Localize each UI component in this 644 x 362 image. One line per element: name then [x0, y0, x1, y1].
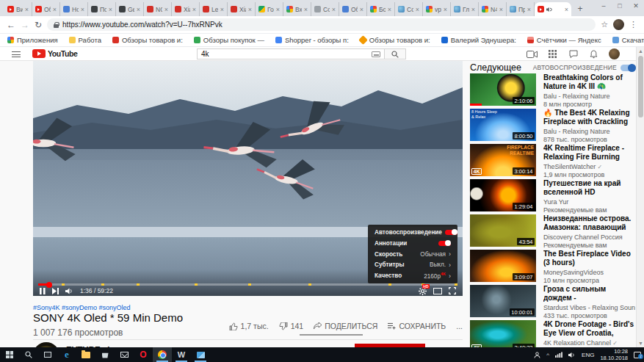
minimize-button[interactable]: – [596, 0, 612, 12]
like-button[interactable]: 1,7 тыс. [229, 322, 269, 330]
taskbar-edge-icon[interactable]: e [57, 347, 76, 362]
related-video-6[interactable]: 10:00:01Гроза с сильным дождем - Расслаб… [470, 285, 636, 320]
settings-item-2[interactable]: СкоростьОбычная› [368, 249, 457, 260]
browser-tab-12[interactable]: Обз× [339, 2, 367, 16]
new-tab-button[interactable]: + [574, 3, 586, 15]
video-thumbnail[interactable]: 8 Hours Sleep & Relax8:00:50 [470, 109, 536, 141]
video-thumbnail[interactable]: 3:09:07 [470, 250, 536, 282]
tab-close-icon[interactable]: × [304, 6, 308, 13]
related-video-channel[interactable]: 4K Relaxation Channel ✓ [543, 339, 636, 347]
video-thumbnail[interactable]: 43:54 [470, 214, 536, 247]
browser-tab-19[interactable]: × [535, 2, 571, 16]
people-icon[interactable] [534, 352, 540, 358]
related-video-channel[interactable]: MoneySavingVideos [543, 269, 636, 276]
bookmark-8[interactable]: Скачать музыку с ко [612, 36, 644, 44]
next-video-icon[interactable] [52, 288, 59, 294]
video-hashtags[interactable]: #Sony4K #sonyDemo #sonyOled [33, 304, 131, 311]
video-thumbnail[interactable]: FIREPLACE REALTIME4K3:00:14 [470, 144, 536, 176]
share-button[interactable]: ПОДЕЛИТЬСЯ [314, 322, 377, 330]
channel-avatar[interactable] [33, 342, 59, 347]
video-thumbnail[interactable]: 2:10:06 [470, 73, 536, 106]
volume-tray-icon[interactable] [568, 352, 576, 358]
tab-close-icon[interactable]: × [137, 6, 140, 13]
volume-icon[interactable] [65, 288, 73, 294]
browser-tab-1[interactable]: Обз× [32, 2, 60, 16]
related-video-3[interactable]: 1:29:04Путешествие на край вселенной HD … [470, 179, 636, 214]
bookmark-6[interactable]: Валерий Эднушера: [441, 36, 516, 44]
taskbar-explorer-icon[interactable] [76, 347, 95, 362]
account-avatar[interactable] [609, 48, 620, 59]
maximize-button[interactable]: □ [612, 0, 628, 12]
browser-tab-0[interactable]: Вид× [4, 2, 32, 16]
tab-close-icon[interactable]: × [444, 6, 447, 13]
bookmark-4[interactable]: Shopper - обзоры п: [275, 36, 349, 44]
bookmark-5[interactable]: Обзоры товаров и: [360, 36, 430, 44]
browser-tab-11[interactable]: Сог× [311, 2, 339, 16]
bookmark-3[interactable]: Обзоры покупок — [194, 36, 264, 44]
network-icon[interactable] [555, 352, 562, 358]
forward-icon[interactable]: → [21, 21, 29, 29]
related-video-channel[interactable]: Discovery Channel Россия [543, 234, 636, 241]
related-video-4[interactable]: 43:54Неизведанные острова. Амазонка: пла… [470, 214, 636, 250]
taskbar-mail-icon[interactable] [115, 347, 134, 362]
tab-close-icon[interactable]: × [332, 6, 336, 13]
scroll-down-arrow[interactable]: ▼ [638, 341, 643, 346]
related-video-2[interactable]: FIREPLACE REALTIME4K3:00:144K Realtime F… [470, 144, 636, 179]
hamburger-menu-icon[interactable] [12, 51, 21, 57]
settings-item-4[interactable]: Качество2160p4K› [368, 270, 457, 281]
tab-close-icon[interactable]: × [416, 6, 419, 13]
tab-close-icon[interactable]: × [248, 6, 252, 13]
video-thumbnail[interactable]: 4K3:40:23 [470, 320, 536, 347]
browser-menu-icon[interactable]: ⋮ [629, 20, 637, 29]
browser-tab-7[interactable]: Len× [200, 2, 228, 16]
browser-tab-6[interactable]: Xia× [172, 2, 200, 16]
taskbar-opera-icon[interactable]: O [134, 347, 153, 362]
related-video-channel[interactable]: Balu - Relaxing Nature [543, 128, 636, 135]
dislike-button[interactable]: 141 [279, 322, 304, 330]
related-video-channel[interactable]: Stardust Vibes - Relaxing Soun ✓ [543, 304, 636, 311]
scroll-up-arrow[interactable]: ▲ [638, 48, 643, 54]
reload-icon[interactable]: ↻ [35, 21, 42, 29]
fullscreen-icon[interactable] [449, 287, 456, 294]
browser-tab-15[interactable]: vpu× [423, 2, 451, 16]
taskbar-start-icon[interactable] [0, 347, 19, 362]
settings-item-1[interactable]: Аннотации [368, 238, 457, 249]
language-indicator[interactable]: ENG [582, 352, 594, 358]
tab-close-icon[interactable]: × [81, 6, 84, 13]
toggle-switch[interactable] [445, 230, 457, 235]
tab-close-icon[interactable]: × [388, 6, 391, 13]
tab-close-icon[interactable]: × [164, 6, 168, 13]
settings-item-0[interactable]: Автовоспроизведение [368, 227, 457, 238]
toggle-switch[interactable] [438, 241, 451, 246]
video-thumbnail[interactable]: 10:00:01 [470, 285, 536, 317]
search-button[interactable] [384, 48, 406, 59]
keyboard-icon[interactable] [372, 51, 380, 57]
taskbar-task-view-icon[interactable] [38, 347, 57, 362]
related-video-title[interactable]: Неизведанные острова. Амазонка: плавающи… [543, 214, 636, 232]
tab-close-icon[interactable]: × [360, 6, 363, 13]
related-video-title[interactable]: Путешествие на край вселенной HD Популяр… [543, 179, 636, 197]
related-video-title[interactable]: 4K Realtime Fireplace - Relaxing Fire Bu… [543, 144, 636, 162]
tab-close-icon[interactable]: × [565, 6, 568, 13]
back-icon[interactable]: ← [7, 21, 15, 29]
apps-grid-icon[interactable] [547, 49, 558, 59]
related-video-channel[interactable]: TheSilentWatcher ✓ [543, 163, 636, 170]
browser-tab-9[interactable]: Гоо× [256, 2, 283, 16]
tab-close-icon[interactable]: × [527, 6, 531, 13]
browser-tab-3[interactable]: Пов× [88, 2, 116, 16]
settings-item-3[interactable]: СубтитрыВыкл.› [368, 259, 457, 270]
related-video-1[interactable]: 8 Hours Sleep & Relax8:00:50🔥 The Best 4… [470, 109, 636, 144]
related-video-7[interactable]: 4K3:40:234K Drone Footage - Bird's Eye V… [470, 320, 636, 347]
messages-icon[interactable] [568, 49, 579, 59]
related-video-5[interactable]: 3:09:07The Best Fireplace Video (3 hours… [470, 250, 636, 285]
bookmark-star-icon[interactable]: ☆ [601, 20, 608, 29]
browser-tab-18[interactable]: Про× [507, 2, 535, 16]
related-video-0[interactable]: 2:10:06Breathtaking Colors of Nature in … [470, 73, 636, 109]
autoplay-toggle[interactable] [621, 65, 636, 71]
scrollbar-thumb[interactable] [638, 56, 643, 117]
tab-audio-icon[interactable] [546, 7, 552, 12]
browser-profile-avatar[interactable] [613, 19, 624, 30]
video-thumbnail[interactable]: 1:29:04 [470, 179, 536, 211]
browser-tab-10[interactable]: Вхо× [283, 2, 311, 16]
notifications-bell-icon[interactable] [588, 49, 599, 59]
